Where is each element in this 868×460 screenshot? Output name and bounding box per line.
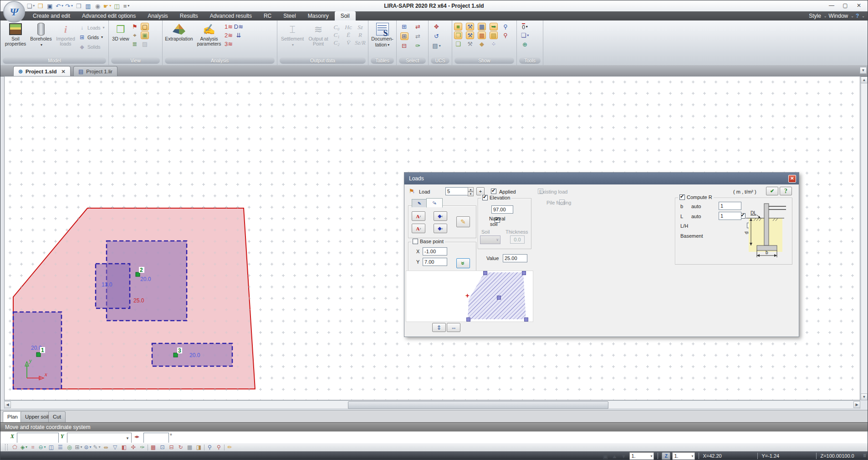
cage-icon[interactable]: ▦ [186, 444, 194, 451]
symbol-hc[interactable]: Hᴄ [343, 24, 354, 31]
show-prism-icon[interactable]: ◆ [478, 40, 486, 48]
add-node-icon[interactable]: ⊡ [158, 444, 166, 451]
form-angle-input[interactable] [143, 433, 169, 443]
add-element-selection-icon[interactable]: ⊞ [400, 32, 408, 40]
scroll-left-icon[interactable]: ◀ [4, 401, 11, 408]
x-input[interactable]: -1.00 [423, 247, 447, 256]
form-x-input[interactable] [17, 433, 59, 443]
zoom-out-icon[interactable]: ⚲ [501, 23, 510, 31]
grid-step-icon[interactable]: ⊞▾ [75, 444, 82, 451]
ok-button[interactable]: ✔ [766, 187, 778, 195]
load-marker-3[interactable] [174, 353, 178, 357]
frame-tool-icon[interactable]: ❏▾ [521, 31, 529, 39]
copy-selection-icon[interactable]: ⇄ [414, 32, 422, 40]
load-down-icon[interactable]: ⇊ [235, 31, 243, 39]
tab-list-dropdown[interactable]: ▼ [860, 67, 867, 74]
ribbon-tab-soil[interactable]: Soil [335, 11, 356, 20]
load-number-input[interactable]: 5 [445, 187, 470, 195]
help-menu[interactable]: ? [856, 13, 859, 19]
elevation-input[interactable]: 97.00 [491, 205, 513, 214]
style-menu[interactable]: Style [809, 13, 821, 19]
dialog-close-button[interactable]: ✕ [788, 175, 796, 183]
close-button[interactable]: ✕ [852, 0, 866, 10]
up-plane-icon[interactable]: ▲ [610, 452, 618, 460]
table-circle-icon[interactable]: ⊜▾ [84, 444, 92, 451]
zoom-in-icon[interactable]: ⚲ [501, 31, 510, 39]
show-axes-icon[interactable]: ➥ [490, 23, 498, 31]
horizontal-scrollbar[interactable]: ◀ ▶ [4, 400, 860, 409]
zoom-cancel-icon[interactable]: ⚲ [215, 444, 223, 451]
flip-lines-icon[interactable]: ☰ [56, 444, 64, 451]
draw-off-icon[interactable]: ✎▾ [93, 444, 101, 451]
dialog-help-button[interactable]: ? [780, 187, 792, 195]
remove-circle-icon[interactable]: ⊖▾ [38, 444, 46, 451]
paint-icon[interactable]: ✑ [138, 444, 146, 451]
preview-handle-2[interactable] [522, 271, 526, 275]
model2-spring-icon[interactable]: 2≋ [225, 31, 233, 39]
ribbon-tab-create-and-edit[interactable]: Create and edit [27, 11, 76, 20]
model1-spring-icon[interactable]: 1≋ [225, 23, 233, 31]
flip-vertical-icon[interactable]: ◫ [47, 444, 55, 451]
add-node-selection-icon[interactable]: ⊞ [400, 23, 408, 31]
load-number-stepper[interactable]: ▲▼ [468, 187, 474, 194]
load-marker-1[interactable] [36, 353, 41, 357]
tab-project-sld[interactable]: ⊛ Project 1.sld ✕ [13, 66, 71, 77]
flip-vertical-button[interactable]: ⇕ [432, 323, 446, 332]
symbol-r[interactable]: R [355, 31, 366, 39]
block-icon[interactable]: ◨ [195, 444, 203, 451]
show-load-values-icon[interactable]: ⚒ [466, 31, 474, 39]
select-fragment-icon[interactable]: ▣ [141, 31, 149, 39]
ribbon-tab-steel[interactable]: Steel [277, 11, 301, 20]
base-point-checkbox[interactable] [413, 239, 418, 244]
show-areas-icon[interactable]: ■ [454, 23, 462, 31]
3d-view-button[interactable]: ❒ 3D view [111, 22, 131, 42]
target-icon[interactable]: ◎ [66, 444, 73, 451]
ramp-icon[interactable]: ⏛ [102, 444, 110, 451]
ribbon-tab-rc[interactable]: RC [258, 11, 277, 20]
tab-project-lir[interactable]: ▤ Project 1.lir [73, 66, 117, 77]
window-menu[interactable]: Window [829, 13, 848, 19]
documentation-button[interactable]: Documen- tation▾ [370, 22, 394, 48]
loads-dropdown[interactable]: ↓Loads▾ [78, 24, 105, 31]
mark-diamond-icon[interactable]: ◈▾ [20, 444, 28, 451]
down-plane-icon[interactable]: ▼ [619, 452, 628, 460]
symbol-c1[interactable]: C₁ [331, 31, 342, 39]
zoom-glass-icon[interactable]: ⚲ [206, 444, 214, 451]
layers-icon[interactable]: ≣ [131, 40, 139, 48]
rotate-icon[interactable]: ↻ [177, 444, 184, 451]
show-legend-icon[interactable]: ▤ [490, 31, 498, 39]
tab-plan[interactable]: Plan [3, 411, 22, 422]
z-combo[interactable]: 1.▾ [672, 452, 695, 460]
maximize-button[interactable]: ▢ [838, 0, 852, 10]
show-grid-icon[interactable]: ▦ [478, 23, 486, 31]
load-preview-pane[interactable]: + [406, 271, 533, 322]
elevation-checkbox[interactable] [482, 195, 488, 200]
tab-close-icon[interactable]: ✕ [61, 69, 65, 75]
ucs-save-icon[interactable]: ▤▾ [433, 42, 441, 50]
remove-selection-icon[interactable]: ⊟ [400, 42, 408, 50]
resize-grip[interactable]: ⠿ [863, 454, 867, 458]
toolbar-gripper[interactable] [5, 444, 8, 450]
minimize-button[interactable]: — [825, 0, 838, 10]
preview-center-handle[interactable] [497, 296, 501, 300]
horizontal-scroll-thumb[interactable] [348, 401, 608, 409]
ribbon-tab-masonry[interactable]: Masonry [302, 11, 335, 20]
l-input[interactable]: 1 [719, 212, 741, 220]
scroll-up-icon[interactable]: ▲ [861, 77, 868, 83]
form-combo[interactable]: ▼ [67, 433, 132, 443]
node-link-icon[interactable]: ✣ [129, 444, 137, 451]
flip-horizontal-button[interactable]: ⇔ [447, 323, 460, 332]
compute-r-checkbox[interactable] [679, 194, 685, 200]
dialog-title-bar[interactable]: Loads [404, 173, 799, 184]
pile-icon[interactable]: ⌖ [131, 31, 139, 39]
model3-spring-icon[interactable]: 3≋ [225, 40, 233, 48]
extrapolation-button[interactable]: Extrapolation [164, 22, 194, 42]
ribbon-tab-advanced-edit-options[interactable]: Advanced edit options [76, 11, 142, 20]
lira-sapr-logo[interactable]: Ψ [3, 1, 25, 23]
show-new-loads-icon[interactable]: ⚒ [466, 40, 474, 48]
select-region-icon[interactable]: ▢ [141, 23, 149, 31]
b-input[interactable]: 1 [719, 202, 741, 210]
load-rect-2b[interactable] [96, 264, 130, 308]
symbol-c2[interactable]: C₂ [331, 39, 342, 46]
symbol-e[interactable]: Ē [343, 31, 354, 39]
